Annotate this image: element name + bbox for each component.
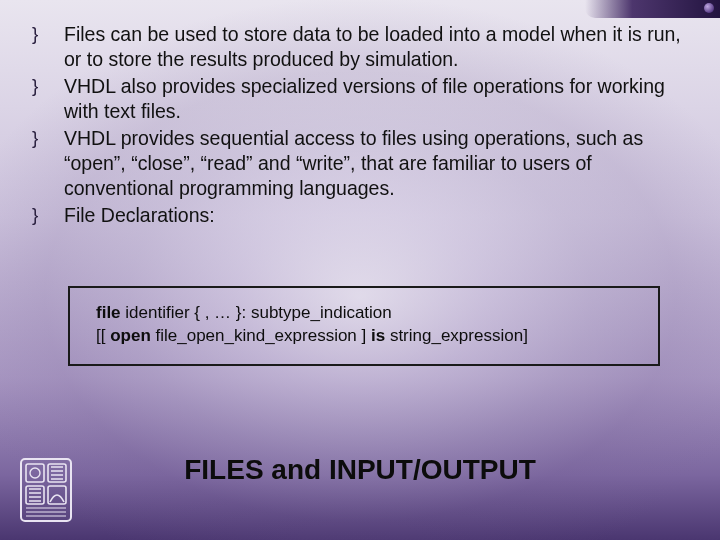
syntax-text: identifier { , … }: subtype_indication xyxy=(121,303,392,322)
syntax-text: string_expression] xyxy=(385,326,528,345)
top-accent-decoration xyxy=(585,0,720,18)
bullet-text: Files can be used to store data to be lo… xyxy=(64,23,681,70)
svg-rect-1 xyxy=(26,464,44,482)
keyword-is: is xyxy=(371,326,385,345)
page-title: FILES and INPUT/OUTPUT xyxy=(0,454,720,486)
bullet-text: File Declarations: xyxy=(64,204,215,226)
university-seal-icon xyxy=(20,458,72,522)
keyword-open: open xyxy=(110,326,151,345)
list-item: Files can be used to store data to be lo… xyxy=(30,22,692,72)
keyword-file: file xyxy=(96,303,121,322)
bullet-text: VHDL provides sequential access to files… xyxy=(64,127,643,199)
syntax-box: file identifier { , … }: subtype_indicat… xyxy=(68,286,660,366)
syntax-line-2: [[ open file_open_kind_expression ] is s… xyxy=(96,325,640,348)
list-item: VHDL provides sequential access to files… xyxy=(30,126,692,201)
list-item: File Declarations: xyxy=(30,203,692,228)
syntax-text: file_open_kind_expression ] xyxy=(151,326,371,345)
list-item: VHDL also provides specialized versions … xyxy=(30,74,692,124)
slide: Files can be used to store data to be lo… xyxy=(0,0,720,540)
bullet-list: Files can be used to store data to be lo… xyxy=(30,22,692,228)
bullet-text: VHDL also provides specialized versions … xyxy=(64,75,665,122)
syntax-text: [[ xyxy=(96,326,110,345)
syntax-line-1: file identifier { , … }: subtype_indicat… xyxy=(96,302,640,325)
content-area: Files can be used to store data to be lo… xyxy=(30,22,692,230)
svg-point-5 xyxy=(30,468,40,478)
